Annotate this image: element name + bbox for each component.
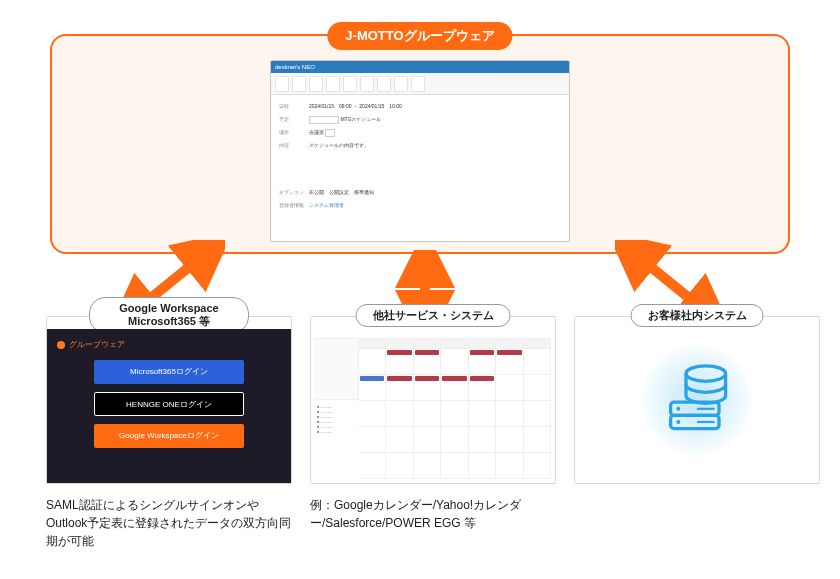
form-value: 非公開 公開設定 携帯通知 (309, 187, 561, 197)
calendar-list: ■ ―――■ ―――■ ―――■ ―――■ ―――■ ――― (315, 399, 359, 438)
form-label: 日時 (279, 101, 309, 111)
ms365-login-button[interactable]: Microsoft365ログイン (94, 360, 244, 384)
calendar-screenshot: ■ ―――■ ―――■ ―――■ ―――■ ―――■ ――― (315, 329, 551, 479)
app-title-bar: desknet's NEO (271, 61, 569, 73)
app-toolbar (271, 73, 569, 95)
form-label: 予定 (279, 114, 309, 124)
toolbar-item (394, 76, 408, 92)
form-label: 内容 (279, 140, 309, 150)
badge-line1: Google Workspace (119, 302, 218, 314)
groupware-app-screenshot: desknet's NEO 日時2024/01/15 09:00 ～ 2024/… (270, 60, 570, 242)
other-services-badge: 他社サービス・システム (356, 304, 511, 327)
form-value: スケジュールの内容です。 (309, 140, 561, 150)
app-form: 日時2024/01/15 09:00 ～ 2024/01/15 10:00 予定… (271, 95, 569, 219)
brand-dot-icon (57, 341, 65, 349)
database-server-icon (642, 345, 752, 455)
toolbar-item (360, 76, 374, 92)
toolbar-item (292, 76, 306, 92)
google-login-button[interactable]: Google Workspaceログイン (94, 424, 244, 448)
form-value: 会議室 (309, 127, 561, 137)
calendar-mini-sidebar: ■ ―――■ ―――■ ―――■ ―――■ ―――■ ――― (315, 339, 359, 479)
toolbar-item (377, 76, 391, 92)
svg-point-7 (676, 407, 680, 411)
svg-point-8 (676, 420, 680, 424)
caption-left: SAML認証によるシングルサインオンやOutlook予定表に登録されたデータの双… (46, 496, 292, 550)
jmotto-groupware-box: J-MOTTOグループウェア desknet's NEO 日時2024/01/1… (50, 34, 790, 254)
login-brand: グループウェア (57, 339, 125, 350)
toolbar-item (309, 76, 323, 92)
jmotto-badge: J-MOTTOグループウェア (327, 22, 512, 50)
caption-mid: 例：Googleカレンダー/Yahoo!カレンダー/Salesforce/POW… (310, 496, 556, 532)
login-panel: グループウェア Microsoft365ログイン HENNGE ONEログイン … (47, 329, 291, 483)
toolbar-item (275, 76, 289, 92)
toolbar-item (411, 76, 425, 92)
form-value: 2024/01/15 09:00 ～ 2024/01/15 10:00 (309, 101, 561, 111)
other-services-card: 他社サービス・システム ■ ―――■ ―――■ ―――■ ―――■ ―――■ ―… (310, 316, 556, 484)
form-label: 登録者情報 (279, 200, 309, 210)
form-label: オプション (279, 187, 309, 197)
form-label: 場所 (279, 127, 309, 137)
calendar-toolbar (315, 329, 551, 339)
external-idp-card: Google Workspace Microsoft365 等 グループウェア … (46, 316, 292, 484)
toolbar-item (326, 76, 340, 92)
calendar-grid (359, 339, 551, 479)
hennge-login-button[interactable]: HENNGE ONEログイン (94, 392, 244, 416)
svg-point-3 (642, 345, 752, 455)
form-value: MTGスケジュール (309, 114, 561, 124)
customer-system-card: お客様社内システム (574, 316, 820, 484)
badge-line2: Microsoft365 等 (128, 315, 210, 327)
form-value: システム管理者 (309, 200, 561, 210)
database-icon-wrap (575, 317, 819, 483)
toolbar-item (343, 76, 357, 92)
external-idp-badge: Google Workspace Microsoft365 等 (89, 297, 249, 333)
